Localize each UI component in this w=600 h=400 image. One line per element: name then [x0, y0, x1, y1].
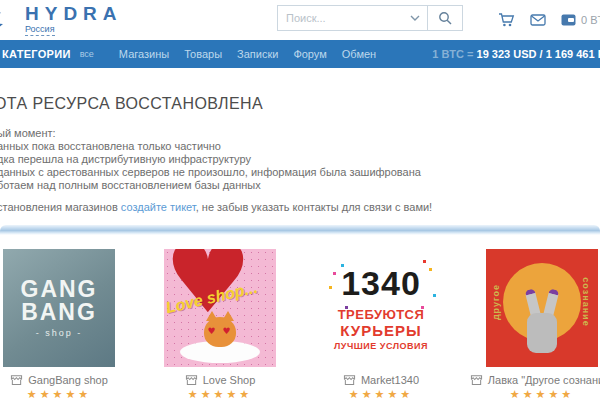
- shop-card-market1340[interactable]: 1340 ТРЕБУЮТСЯ КУРЬЕРЫ ЛУЧШИЕ УСЛОВИЯ Ma…: [325, 249, 437, 400]
- search-button[interactable]: [427, 6, 462, 30]
- banner-text: сознание: [580, 277, 590, 326]
- cat-shape: ♥ ♥: [204, 317, 236, 347]
- shop-name[interactable]: Лавка "Другое сознание": [488, 374, 600, 386]
- nav-item-notes[interactable]: Записки: [237, 48, 278, 60]
- store-icon: [10, 374, 23, 386]
- search-input[interactable]: [278, 12, 408, 24]
- announcement-intro: ый момент:: [0, 127, 600, 140]
- banner-text: КУРЬЕРЫ: [340, 322, 421, 339]
- hand-shape: [527, 313, 557, 353]
- wallet-icon[interactable]: [561, 14, 576, 26]
- banner-text: ЛУЧШИЕ УСЛОВИЯ: [334, 341, 428, 351]
- shop-rating: ★★★★★: [188, 388, 252, 400]
- mail-icon[interactable]: [530, 14, 546, 26]
- announcement-bullet: ботаем над полным восстановлением базы д…: [0, 179, 600, 192]
- wallet-balance[interactable]: 0 BTC: [581, 14, 600, 26]
- btc-rate-value: 19 323 USD / 1 169 461 Р: [477, 48, 600, 60]
- announcement-section: ОТА РЕСУРСА ВОССТАНОВЛЕНА ый момент: анн…: [0, 95, 600, 213]
- announcement-bullet: данных с арестованных серверов не произо…: [0, 166, 600, 179]
- ticket-line: становления магазинов создайте тикет, не…: [0, 201, 600, 213]
- banner-text: другое: [491, 284, 501, 320]
- logo[interactable]: HYDRA Россия: [0, 4, 123, 36]
- shop-card-gangbang[interactable]: GANG BANG - shop - GangBang shop ★★★★★: [3, 249, 115, 400]
- banner-text: BANG: [21, 301, 97, 324]
- ticket-text-after: , не забыв указать контакты для связи с …: [196, 201, 432, 213]
- shop-banner-market1340: 1340 ТРЕБУЮТСЯ КУРЬЕРЫ ЛУЧШИЕ УСЛОВИЯ: [325, 249, 437, 367]
- shop-rating: ★★★★★: [27, 388, 91, 400]
- shop-banner-gangbang: GANG BANG - shop -: [3, 249, 115, 367]
- create-ticket-link[interactable]: создайте тикет: [121, 201, 196, 213]
- shop-banner-loveshop: ♥ Love shop... ♥ ♥: [164, 249, 276, 367]
- announcement-text: ый момент: анных пока восстановлена толь…: [0, 127, 600, 192]
- confetti-decoration: [333, 272, 336, 275]
- search-icon: [438, 11, 452, 25]
- nav-item-goods[interactable]: Товары: [184, 48, 222, 60]
- store-icon: [185, 374, 198, 386]
- announcement-bullet: анных пока восстановлена только частично: [0, 140, 600, 153]
- shop-rating: ★★★★★: [510, 388, 574, 400]
- page-title: ОТА РЕСУРСА ВОССТАНОВЛЕНА: [0, 95, 600, 113]
- store-icon: [470, 374, 483, 386]
- btc-rate-prefix: 1 BTC =: [432, 48, 473, 60]
- shop-rating: ★★★★★: [349, 388, 413, 400]
- main-nav: КАТЕГОРИИ все Магазины Товары Записки Фо…: [0, 40, 600, 68]
- banner-text: 1340: [341, 266, 421, 300]
- ticket-text-before: становления магазинов: [0, 201, 121, 213]
- shops-panel-top-border: [0, 225, 600, 235]
- btc-rate: 1 BTC = 19 323 USD / 1 169 461 Р: [432, 48, 600, 60]
- shop-card-lavka[interactable]: другое сознание Лавка "Другое сознание" …: [486, 249, 598, 400]
- shops-row: GANG BANG - shop - GangBang shop ★★★★★ ♥…: [0, 235, 600, 400]
- shop-name[interactable]: GangBang shop: [28, 374, 108, 386]
- hydra-logo-icon: [0, 10, 13, 36]
- banner-text: - shop -: [36, 328, 83, 338]
- nav-all[interactable]: все: [80, 49, 94, 59]
- nav-categories[interactable]: КАТЕГОРИИ: [2, 48, 71, 60]
- shop-banner-lavka: другое сознание: [486, 249, 598, 367]
- shop-name[interactable]: Love Shop: [203, 374, 256, 386]
- logo-title: HYDRA: [25, 4, 123, 24]
- logo-region[interactable]: Россия: [25, 24, 55, 36]
- store-icon: [343, 374, 356, 386]
- nav-item-forum[interactable]: Форум: [293, 48, 326, 60]
- banner-text: GANG: [21, 278, 98, 301]
- shop-card-loveshop[interactable]: ♥ Love shop... ♥ ♥ Love Shop ★★★★★: [164, 249, 276, 400]
- header-icons: 0 BTC ewqqwer: [498, 0, 600, 40]
- search-box: [277, 5, 463, 31]
- chevron-down-icon[interactable]: [410, 15, 420, 21]
- nav-item-shops[interactable]: Магазины: [119, 48, 169, 60]
- nav-item-exchange[interactable]: Обмен: [342, 48, 376, 60]
- cart-icon[interactable]: [498, 12, 515, 28]
- header: HYDRA Россия: [0, 0, 600, 40]
- banner-text: ТРЕБУЮТСЯ: [338, 307, 425, 322]
- announcement-bullet: дка перешла на дистрибутивную инфраструк…: [0, 153, 600, 166]
- shop-name[interactable]: Market1340: [361, 374, 419, 386]
